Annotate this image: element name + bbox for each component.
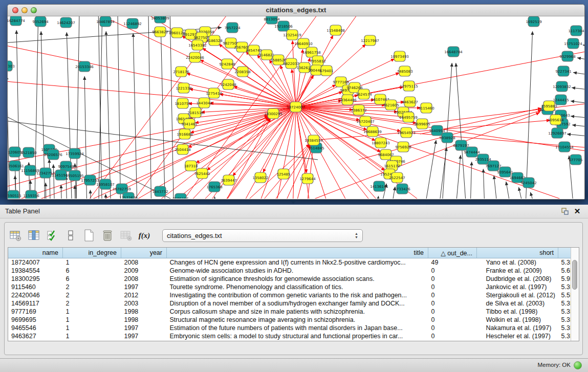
graph-node[interactable]: 2181516 xyxy=(187,107,204,118)
graph-node[interactable]: 9242848 xyxy=(219,59,235,69)
table-row[interactable]: 1456911722003Disruption of a novel membe… xyxy=(8,299,579,308)
graph-node[interactable]: 16284774 xyxy=(8,16,25,26)
table-row[interactable]: 969969511998Structural magnetic resonanc… xyxy=(8,316,579,324)
graph-node[interactable]: 9245042 xyxy=(520,178,536,188)
graph-node[interactable]: 9227341 xyxy=(555,66,571,76)
cell-in_degree[interactable]: 2 xyxy=(63,299,121,308)
cell-short[interactable]: Wolkin et al. (1998) xyxy=(477,316,558,324)
cell-in_degree[interactable]: 1 xyxy=(63,324,121,332)
cell-in_degree[interactable]: 6 xyxy=(63,267,121,275)
graph-node[interactable]: 1733426 xyxy=(394,184,410,194)
cell-year[interactable]: 1997 xyxy=(121,283,167,291)
graph-node[interactable]: 12093832 xyxy=(553,81,571,92)
graph-node[interactable]: 2522547 xyxy=(389,172,405,183)
cell-title[interactable]: Estimation of significance thresholds fo… xyxy=(167,275,428,283)
cell-short[interactable]: Stergiakouli et al. (2012) xyxy=(477,291,558,299)
graph-node[interactable]: 2504418 xyxy=(175,144,190,155)
column-header-name[interactable]: name xyxy=(8,248,63,258)
column-header-title[interactable]: title xyxy=(167,248,428,258)
cell-short[interactable]: Yano et al. (2008) xyxy=(477,258,558,267)
graph-node[interactable]: 1117304 xyxy=(568,26,584,36)
graph-node[interactable]: 9329968 xyxy=(559,51,575,61)
graph-node[interactable]: 1692519 xyxy=(526,16,541,27)
cell-title[interactable]: Changes of HCN gene expression and I(f) … xyxy=(167,258,428,267)
cell-title[interactable]: Investigating the contribution of common… xyxy=(167,291,428,299)
graph-node[interactable]: 187318 xyxy=(184,161,198,171)
graph-node[interactable]: 1810755 xyxy=(175,98,190,108)
cell-out_de[interactable]: 0 xyxy=(428,267,477,275)
float-panel-icon[interactable] xyxy=(560,207,570,216)
cell-year[interactable]: 1998 xyxy=(121,316,167,324)
function-builder-icon[interactable]: f(x) xyxy=(138,229,151,242)
graph-node[interactable]: 677705 xyxy=(569,155,583,165)
graph-node[interactable]: 10688639 xyxy=(363,126,382,137)
graph-node[interactable]: 9463627 xyxy=(402,97,418,107)
cell-out_de[interactable]: 0 xyxy=(428,332,477,340)
table-row[interactable]: 946362711997Embryonic stem cells: a mode… xyxy=(8,332,579,340)
cell-year[interactable]: 2012 xyxy=(121,291,167,299)
cell-title[interactable]: Embryonic stem cells: a model to study s… xyxy=(167,332,428,340)
graph-node[interactable]: 1765368 xyxy=(206,182,222,192)
cell-title[interactable]: Estimation of the future numbers of pati… xyxy=(167,324,428,332)
table-row[interactable]: 977716911998Corpus callosum shape and si… xyxy=(8,308,579,316)
cell-out_de[interactable]: 0 xyxy=(428,283,477,291)
cell-out_de[interactable]: 0 xyxy=(428,316,477,324)
split-pane-grabber[interactable] xyxy=(290,200,297,204)
graph-node[interactable]: 7697127 xyxy=(485,161,501,171)
column-settings-icon[interactable] xyxy=(9,229,22,242)
cell-title[interactable]: Structural magnetic resonance image aver… xyxy=(167,316,428,324)
cell-out_de[interactable]: 0 xyxy=(428,308,477,316)
graph-node[interactable]: 15751024 xyxy=(564,38,582,49)
table-row[interactable]: 946554611997Estimation of the future num… xyxy=(8,324,579,332)
cell-name[interactable]: 18300295 xyxy=(8,275,63,283)
cell-out_de[interactable]: 49 xyxy=(428,258,477,267)
table-vertical-scrollbar[interactable] xyxy=(571,248,579,341)
table-row[interactable]: 911546021997Tourette syndrome. Phenomeno… xyxy=(8,283,579,291)
graph-node[interactable]: 9756928 xyxy=(395,142,411,152)
row-height-icon[interactable] xyxy=(64,229,77,242)
graph-node[interactable]: 1244415 xyxy=(553,95,569,105)
select-column-icon[interactable] xyxy=(27,229,40,242)
cell-short[interactable]: Dudbridge et al. (2008) xyxy=(477,275,558,283)
graph-node[interactable]: 7955812 xyxy=(310,56,325,66)
cell-name[interactable]: 22420046 xyxy=(8,291,63,299)
column-header-in_degree[interactable]: in_degree xyxy=(63,248,121,258)
graph-node[interactable]: 7857224 xyxy=(224,23,241,33)
cell-year[interactable]: 1997 xyxy=(121,324,167,332)
graph-node[interactable]: 14624207 xyxy=(57,17,75,28)
graph-node[interactable]: 2208358 xyxy=(234,67,250,77)
graph-node[interactable]: 9699695 xyxy=(414,119,430,129)
graph-node[interactable]: 9663822 xyxy=(152,27,168,37)
column-header-out_de[interactable]: △ out_de... xyxy=(428,248,477,258)
cell-short[interactable]: Jankovic et al. (1997) xyxy=(477,283,558,291)
graph-node[interactable]: 3624574 xyxy=(356,89,372,99)
select-all-rows-icon[interactable] xyxy=(46,229,59,242)
table-row[interactable]: 1872400712008Changes of HCN gene express… xyxy=(8,258,579,267)
graph-node[interactable]: 7386372 xyxy=(351,105,366,115)
table-row[interactable]: 2242004622012Investigating the contribut… xyxy=(8,291,579,299)
graph-node[interactable]: 12926897 xyxy=(548,128,567,138)
cell-name[interactable]: 9463627 xyxy=(8,332,63,340)
cell-short[interactable]: Nakamura et al. (1997) xyxy=(477,324,558,332)
table-select-dropdown[interactable]: citations_edges.txt ▲▼ xyxy=(162,229,363,242)
network-canvas[interactable]: 1628477493526941462420710467894112468921… xyxy=(8,16,584,199)
cell-in_degree[interactable]: 1 xyxy=(63,258,121,267)
close-panel-icon[interactable]: ✕ xyxy=(573,207,582,216)
table-row[interactable]: 1938455462009Genome-wide association stu… xyxy=(8,267,579,275)
new-column-icon[interactable] xyxy=(82,229,96,242)
cell-name[interactable]: 19384554 xyxy=(8,267,63,275)
delete-column-icon[interactable] xyxy=(101,229,114,242)
cell-title[interactable]: Tourette syndrome. Phenomenology and cla… xyxy=(167,283,428,291)
cell-name[interactable]: 18724007 xyxy=(8,258,63,267)
graph-node[interactable]: 18807243 xyxy=(372,138,390,148)
graph-node[interactable]: 16053809 xyxy=(151,16,169,23)
cell-short[interactable]: Hescheler et al. (1997) xyxy=(477,332,558,340)
graph-node[interactable]: 1159356 xyxy=(23,190,39,199)
graph-node[interactable]: 1279644 xyxy=(299,173,316,184)
cell-out_de[interactable]: 0 xyxy=(428,324,477,332)
graph-node[interactable]: 14136141 xyxy=(370,181,388,191)
graph-node[interactable]: 2061303 xyxy=(8,61,15,71)
graph-node[interactable]: 7485083 xyxy=(397,66,412,76)
cell-out_de[interactable]: 0 xyxy=(428,291,477,299)
cell-in_degree[interactable]: 1 xyxy=(63,316,121,324)
